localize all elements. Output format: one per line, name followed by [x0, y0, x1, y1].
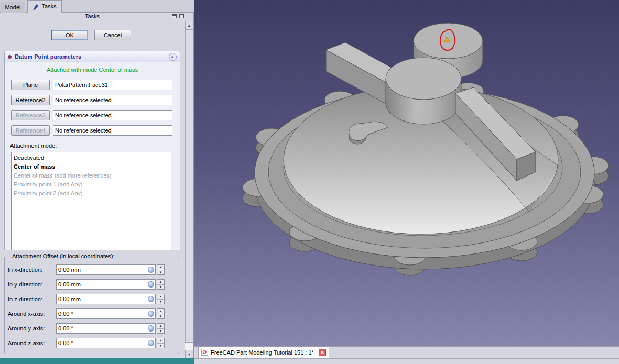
z-direction-input[interactable]	[56, 294, 156, 304]
section-title: Datum Point parameters	[15, 53, 166, 60]
attachment-offset-group: Attachment Offset (in local coordinates)…	[4, 257, 179, 354]
spin-up-icon[interactable]: ▲	[157, 280, 164, 285]
tab-tasks[interactable]: Tasks	[27, 0, 62, 13]
offset-row: Around z-axis: ▲▼	[5, 336, 179, 350]
around-x-stepper[interactable]: ▲▼	[157, 308, 165, 319]
document-tab-label: FreeCAD Part Modeling Tutorial 151 : 1*	[211, 349, 316, 356]
panel-minimize-icon[interactable]	[172, 14, 177, 18]
expression-icon[interactable]	[148, 296, 154, 302]
scroll-down-icon[interactable]: ▼	[185, 350, 193, 358]
tasks-panel: Model Tasks Tasks OK Cancel Datum Point …	[0, 0, 194, 358]
close-icon[interactable]: ✕	[319, 349, 326, 356]
around-x-input[interactable]	[56, 308, 156, 319]
document-tabbar: ⚙ FreeCAD Part Modeling Tutorial 151 : 1…	[194, 346, 619, 358]
expression-icon[interactable]	[148, 325, 154, 332]
spin-down-icon[interactable]: ▼	[157, 344, 164, 348]
reference-row: Reference4	[11, 125, 180, 136]
spin-down-icon[interactable]: ▼	[157, 300, 164, 304]
x-direction-stepper[interactable]: ▲▼	[157, 264, 165, 275]
spin-down-icon[interactable]: ▼	[157, 270, 164, 275]
central-boss[interactable]	[386, 58, 461, 124]
document-tab[interactable]: ⚙ FreeCAD Part Modeling Tutorial 151 : 1…	[198, 347, 329, 358]
z-direction-stepper[interactable]: ▲▼	[157, 294, 165, 304]
panel-float-icon[interactable]	[179, 14, 184, 18]
scrollbar-thumb[interactable]	[185, 29, 193, 343]
reference-row: Plane	[11, 80, 180, 90]
spin-down-icon[interactable]: ▼	[157, 314, 164, 319]
around-z-label: Around z-axis:	[8, 340, 56, 346]
plane-input[interactable]	[53, 80, 172, 90]
around-z-input[interactable]	[56, 338, 156, 348]
tab-tasks-label: Tasks	[41, 3, 56, 9]
around-y-stepper[interactable]: ▲▼	[157, 323, 165, 334]
attachment-mode-list: Deactivated Center of mass Center of mas…	[11, 152, 171, 250]
expression-icon[interactable]	[148, 281, 154, 288]
expression-icon[interactable]	[148, 340, 154, 346]
spin-up-icon[interactable]: ▲	[157, 324, 164, 329]
around-y-input[interactable]	[56, 323, 156, 334]
plane-button[interactable]: Plane	[11, 80, 50, 90]
collapse-button[interactable]: «	[169, 53, 177, 61]
statusbar-right	[194, 358, 619, 364]
offset-row: Around y-axis: ▲▼	[5, 321, 179, 336]
reference2-button[interactable]: Reference2	[11, 95, 50, 105]
attachment-status: Attached with mode Center of mass	[5, 62, 180, 75]
spin-down-icon[interactable]: ▼	[157, 329, 164, 334]
spin-up-icon[interactable]: ▲	[157, 309, 164, 314]
tab-model-label: Model	[5, 4, 21, 10]
freecad-window: Model Tasks Tasks OK Cancel Datum Point …	[0, 0, 619, 364]
y-direction-label: In y-direction:	[8, 281, 56, 288]
panel-scrollbar[interactable]: ▲ ▼	[185, 21, 193, 358]
reference-row: Reference2	[11, 95, 180, 105]
datum-point-section: Datum Point parameters « Attached with m…	[4, 51, 180, 250]
spin-up-icon[interactable]: ▲	[157, 294, 164, 300]
ok-button[interactable]: OK	[51, 30, 88, 40]
spin-down-icon[interactable]: ▼	[157, 285, 164, 290]
reference-row: Reference3	[11, 110, 180, 120]
panel-title: Tasks	[0, 13, 184, 21]
offset-row: Around x-axis: ▲▼	[5, 306, 179, 321]
scroll-up-icon[interactable]: ▲	[185, 21, 193, 29]
tasks-pen-icon	[32, 3, 39, 10]
around-x-label: Around x-axis:	[8, 311, 56, 317]
offset-row: In y-direction: ▲▼	[5, 277, 179, 292]
reference3-input[interactable]	[53, 110, 172, 120]
section-bullet-icon	[8, 55, 12, 59]
mode-item-proximity-1[interactable]: Proximity point 1 (add Any)	[12, 180, 171, 189]
y-direction-input[interactable]	[56, 279, 156, 290]
mode-item-proximity-2[interactable]: Proximity point 2 (add Any)	[12, 189, 171, 198]
around-z-stepper[interactable]: ▲▼	[157, 338, 165, 348]
3d-model[interactable]	[194, 0, 619, 346]
spin-up-icon[interactable]: ▲	[157, 265, 164, 270]
offset-row: In x-direction: ▲▼	[5, 262, 179, 277]
reference4-button: Reference4	[11, 125, 50, 136]
section-body: Attached with mode Center of mass Plane …	[4, 62, 180, 250]
offset-row: In z-direction: ▲▼	[5, 292, 179, 306]
3d-viewport[interactable]: ⚙ FreeCAD Part Modeling Tutorial 151 : 1…	[194, 0, 619, 358]
cancel-button[interactable]: Cancel	[94, 30, 131, 40]
x-direction-input[interactable]	[56, 264, 156, 275]
spin-up-icon[interactable]: ▲	[157, 338, 164, 344]
expression-icon[interactable]	[148, 311, 154, 317]
around-y-label: Around y-axis:	[8, 325, 56, 332]
mode-item-center-of-mass[interactable]: Center of mass	[12, 162, 171, 171]
mode-item-deactivated[interactable]: Deactivated	[12, 153, 171, 162]
panel-tabbar: Model Tasks	[0, 0, 194, 13]
reference2-input[interactable]	[53, 95, 172, 105]
y-direction-stepper[interactable]: ▲▼	[157, 279, 165, 290]
statusbar-left	[0, 358, 194, 364]
expression-icon[interactable]	[148, 267, 154, 273]
tab-model[interactable]: Model	[1, 2, 25, 13]
reference4-input[interactable]	[53, 125, 172, 136]
attachment-mode-label: Attachment mode:	[10, 142, 180, 150]
mode-item-center-of-mass-more[interactable]: Center of mass (add more references)	[12, 171, 171, 180]
attachment-offset-legend: Attachment Offset (in local coordinates)…	[10, 253, 116, 259]
z-direction-label: In z-direction:	[8, 296, 56, 302]
section-header[interactable]: Datum Point parameters «	[4, 51, 180, 62]
x-direction-label: In x-direction:	[8, 267, 56, 273]
reference3-button: Reference3	[11, 110, 50, 120]
freecad-doc-icon: ⚙	[201, 349, 208, 356]
chevron-up-icon: «	[170, 55, 176, 58]
